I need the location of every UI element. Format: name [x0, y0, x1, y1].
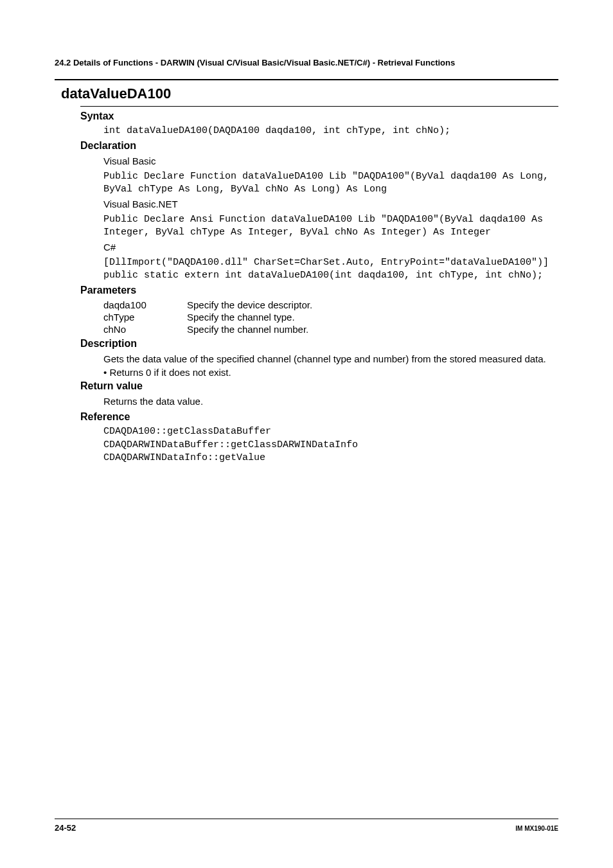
param-name: chNo	[103, 323, 187, 335]
return-value-heading: Return value	[80, 380, 558, 392]
parameters-heading: Parameters	[80, 285, 558, 296]
reference-section: Reference CDAQDA100::getClassDataBuffer …	[80, 411, 558, 465]
cs-label: C#	[103, 240, 558, 255]
param-row: chNo Specify the channel number.	[103, 323, 312, 335]
description-text: Gets the data value of the specified cha…	[103, 352, 558, 367]
param-row: daqda100 Specify the device descriptor.	[103, 299, 312, 311]
return-value-text: Returns the data value.	[103, 394, 558, 409]
parameters-table: daqda100 Specify the device descriptor. …	[103, 299, 312, 335]
description-heading: Description	[80, 338, 558, 350]
declaration-heading: Declaration	[80, 140, 558, 152]
param-name: chType	[103, 311, 187, 323]
reference-heading: Reference	[80, 411, 558, 423]
description-section: Description Gets the data value of the s…	[80, 338, 558, 378]
param-desc: Specify the channel number.	[187, 323, 312, 335]
footer-doc-id: IM MX190-01E	[515, 825, 558, 832]
syntax-section: Syntax int dataValueDA100(DAQDA100 daqda…	[80, 111, 558, 137]
function-title: dataValueDA100	[55, 85, 558, 102]
param-desc: Specify the channel type.	[187, 311, 312, 323]
vbnet-code: Public Declare Ansi Function dataValueDA…	[103, 213, 558, 240]
vb-label: Visual Basic	[103, 154, 558, 169]
return-value-section: Return value Returns the data value.	[80, 380, 558, 409]
description-bullet: • Returns 0 if it does not exist.	[103, 367, 558, 378]
title-rule-top	[55, 79, 558, 80]
footer-page: 24-52	[55, 823, 76, 833]
reference-code: CDAQDA100::getClassDataBuffer CDAQDARWIN…	[103, 425, 558, 465]
param-row: chType Specify the channel type.	[103, 311, 312, 323]
cs-code: [DllImport("DAQDA100.dll" CharSet=CharSe…	[103, 256, 558, 283]
vb-code: Public Declare Function dataValueDA100 L…	[103, 170, 558, 197]
syntax-heading: Syntax	[80, 111, 558, 122]
declaration-section: Declaration Visual Basic Public Declare …	[80, 140, 558, 282]
vbnet-label: Visual Basic.NET	[103, 197, 558, 212]
syntax-code: int dataValueDA100(DAQDA100 daqda100, in…	[103, 125, 558, 137]
breadcrumb: 24.2 Details of Functions - DARWIN (Visu…	[55, 58, 558, 67]
title-rule-bottom	[80, 106, 558, 107]
param-desc: Specify the device descriptor.	[187, 299, 312, 311]
footer: 24-52 IM MX190-01E	[55, 819, 558, 833]
param-name: daqda100	[103, 299, 187, 311]
parameters-section: Parameters daqda100 Specify the device d…	[80, 285, 558, 335]
